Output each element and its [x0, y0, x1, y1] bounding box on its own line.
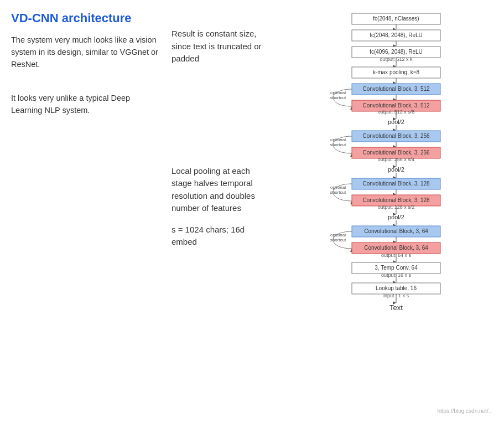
- annotation-3: s = 1024 chars; 16d embed: [172, 224, 271, 249]
- watermark: https://blog.csdn.net/...: [437, 408, 493, 414]
- annotation-1: Result is constant size, since text is t…: [172, 28, 271, 65]
- pool-2-a: pool/2: [388, 118, 404, 125]
- annotation-2: Local pooling at each stage halves tempo…: [172, 165, 271, 215]
- pool-2-c: pool/2: [388, 214, 404, 220]
- block-conv-128-a: Convolutional Block, 3, 128: [362, 180, 430, 187]
- main-layout: VD-CNN architecture The system very much…: [0, 0, 504, 423]
- block-conv-256-a: Convolutional Block, 3, 256: [362, 133, 430, 139]
- block-lookup: Lookup table, 16: [376, 285, 417, 291]
- output-64s: output: 64 x s: [381, 252, 411, 258]
- text-label: Text: [389, 303, 403, 312]
- block-conv-64-a: Convolutional Block, 3, 64: [364, 228, 428, 234]
- shortcut-label-64a: optional: [330, 233, 345, 238]
- left-panel: VD-CNN architecture The system very much…: [11, 11, 166, 417]
- output-512s8: output: 512 x s/8: [377, 109, 414, 115]
- block-fc-2048-relu: fc(2048, 2048), ReLU: [370, 32, 423, 38]
- output-128s2: output: 128 x s/2: [377, 204, 414, 210]
- block-fc-nclasses: fc(2048, nClasses): [373, 16, 419, 22]
- description-2: It looks very unlike a typical Deep Lear…: [11, 92, 160, 117]
- shortcut-label-64b: shortcut: [330, 238, 346, 243]
- shortcut-label-256b: shortcut: [330, 142, 346, 147]
- block-temp-conv: 3, Temp Conv, 64: [375, 265, 418, 271]
- block-conv-256-b: Convolutional Block, 3, 256: [362, 149, 430, 156]
- block-conv-128-b: Convolutional Block, 3, 128: [362, 197, 430, 203]
- shortcut-label-128a: optional: [330, 185, 345, 190]
- block-kmax: k-max pooling, k=8: [372, 69, 419, 75]
- input-label: input : 1 x s: [383, 293, 409, 298]
- shortcut-label-512a: optional: [330, 90, 345, 95]
- shortcut-label-512b: shortcut: [330, 95, 346, 100]
- output-512k: output: 512 x k: [380, 56, 413, 62]
- arch-svg: fc(2048, nClasses) fc(2048, 2048), ReLU …: [316, 11, 460, 410]
- middle-panel: Result is constant size, since text is t…: [166, 11, 277, 417]
- description-1: The system very much looks like a vision…: [11, 34, 160, 70]
- page-title: VD-CNN architecture: [11, 11, 160, 25]
- output-16s: output: 16 x s: [381, 272, 411, 278]
- block-conv-512-a: Convolutional Block, 3, 512: [362, 86, 430, 92]
- block-conv-64-b: Convolutional Block, 3, 64: [364, 245, 428, 251]
- pool-2-b: pool/2: [388, 166, 404, 173]
- shortcut-label-256a: optional: [330, 137, 345, 142]
- block-fc-4096-relu: fc(4096, 2048), ReLU: [370, 49, 423, 55]
- block-conv-512-b: Convolutional Block, 3, 512: [362, 102, 430, 109]
- architecture-diagram: fc(2048, nClasses) fc(2048, 2048), ReLU …: [277, 11, 498, 417]
- shortcut-label-128b: shortcut: [330, 190, 346, 195]
- output-256s4: output: 256 x s/4: [377, 157, 414, 162]
